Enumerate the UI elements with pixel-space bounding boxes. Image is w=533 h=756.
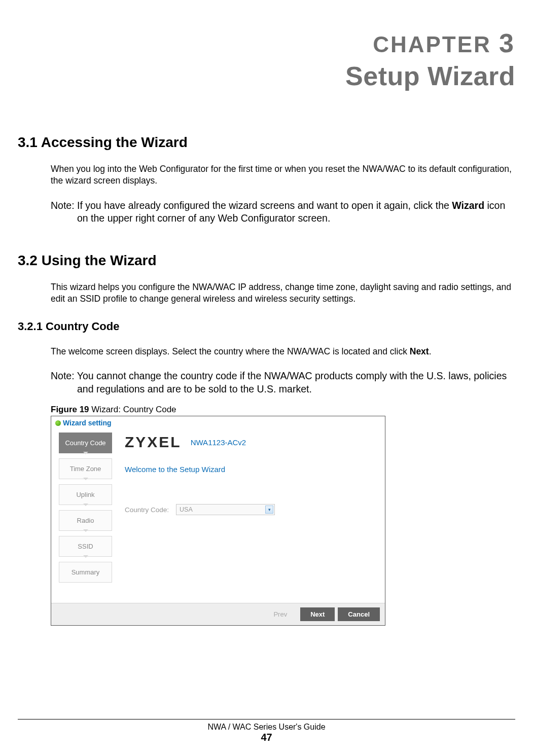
section-3-2-1-para: The welcome screen displays. Select the … xyxy=(51,346,513,357)
step-label: Summary xyxy=(72,568,100,576)
figure-label: Figure 19 xyxy=(51,405,89,414)
step-label: SSID xyxy=(78,543,93,550)
brand-logo: ZYXEL xyxy=(125,434,182,451)
chapter-number: 3 xyxy=(499,28,515,58)
page-footer: NWA / WAC Series User's Guide 47 xyxy=(18,719,515,743)
para-text-end: . xyxy=(429,346,432,356)
step-label: Uplink xyxy=(76,491,94,498)
step-label: Time Zone xyxy=(70,465,101,473)
figure-caption-text: Wizard: Country Code xyxy=(89,405,176,414)
chapter-label: CHAPTER 3 xyxy=(18,28,515,58)
next-button[interactable]: Next xyxy=(300,607,335,621)
section-3-1-note: Note: If you have already configured the… xyxy=(51,199,513,225)
welcome-text: Welcome to the Setup Wizard xyxy=(125,465,376,474)
model-name: NWA1123-ACv2 xyxy=(191,438,246,447)
note-text: Note: If you have already configured the… xyxy=(51,200,452,211)
chevron-down-icon: ▾ xyxy=(265,506,273,514)
wizard-title-text: Wizard setting xyxy=(63,419,112,427)
cancel-button[interactable]: Cancel xyxy=(338,607,380,621)
chapter-word: CHAPTER xyxy=(373,32,491,57)
chapter-title: Setup Wizard xyxy=(18,61,515,91)
step-uplink[interactable]: Uplink xyxy=(59,484,112,505)
section-3-2-para: This wizard helps you configure the NWA/… xyxy=(51,281,513,305)
note-bold: Wizard xyxy=(452,200,484,211)
country-code-label: Country Code: xyxy=(125,506,169,514)
figure-caption: Figure 19 Wizard: Country Code xyxy=(51,405,513,415)
step-ssid[interactable]: SSID xyxy=(59,536,112,557)
prev-button[interactable]: Prev xyxy=(263,607,297,621)
step-country-code[interactable]: Country Code xyxy=(59,433,112,453)
step-label: Radio xyxy=(77,517,94,524)
footer-guide: NWA / WAC Series User's Guide xyxy=(207,723,325,731)
section-3-2-1-heading: 3.2.1 Country Code xyxy=(18,320,515,333)
para-bold: Next xyxy=(410,346,429,356)
step-label: Country Code xyxy=(65,439,105,447)
section-3-2-1-note: Note: You cannot change the country code… xyxy=(51,370,513,395)
wizard-footer: Prev Next Cancel xyxy=(51,603,385,625)
wizard-window: Wizard setting Country Code Time Zone Up… xyxy=(51,416,385,626)
para-text: The welcome screen displays. Select the … xyxy=(51,346,410,356)
country-code-dropdown[interactable]: USA ▾ xyxy=(176,504,275,515)
step-radio[interactable]: Radio xyxy=(59,510,112,531)
page-number: 47 xyxy=(18,732,515,743)
step-time-zone[interactable]: Time Zone xyxy=(59,458,112,479)
wizard-steps: Country Code Time Zone Uplink Radio SSID… xyxy=(59,429,112,588)
reload-icon xyxy=(55,420,61,426)
section-3-1-para: When you log into the Web Configurator f… xyxy=(51,163,513,187)
step-summary[interactable]: Summary xyxy=(59,562,112,583)
dropdown-value: USA xyxy=(180,506,193,513)
wizard-titlebar: Wizard setting xyxy=(51,416,385,429)
section-3-2-heading: 3.2 Using the Wizard xyxy=(18,253,515,269)
section-3-1-heading: 3.1 Accessing the Wizard xyxy=(18,134,515,151)
